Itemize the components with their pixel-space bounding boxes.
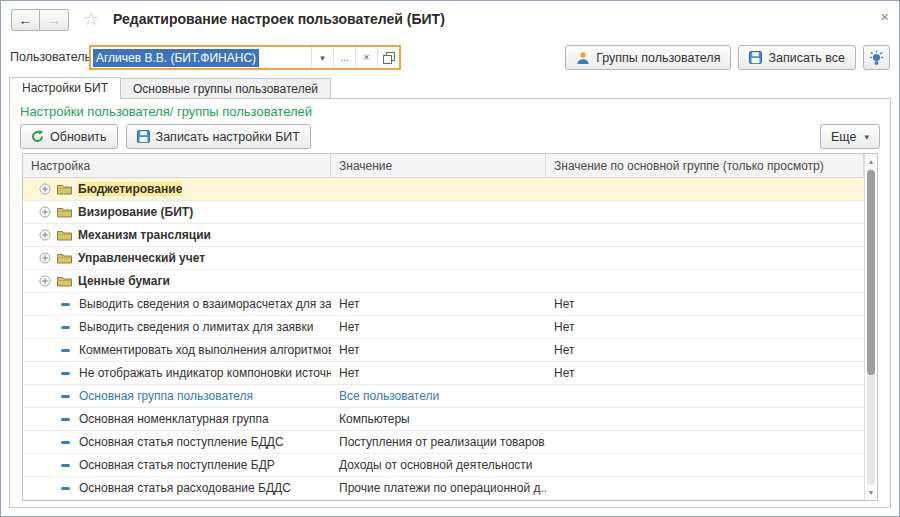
table-row-setting[interactable]: Выводить сведения о взаиморасчетах для з… (23, 293, 864, 316)
expand-plus-icon[interactable] (39, 275, 51, 287)
expand-plus-icon[interactable] (39, 183, 51, 195)
setting-name-cell[interactable]: Основная группа пользователя (23, 389, 331, 403)
attribute-dash-icon (61, 441, 70, 444)
scroll-down-icon[interactable]: ▼ (865, 486, 877, 499)
user-open-button[interactable] (377, 47, 399, 68)
setting-value-cell[interactable]: Поступления от реализации товаров... (331, 435, 546, 449)
setting-name-cell[interactable]: Основная статья поступление БДР (23, 458, 331, 472)
bit-settings-panel: Настройки пользователя/ группы пользоват… (9, 98, 891, 508)
favorite-star-icon[interactable]: ☆ (83, 8, 99, 30)
column-header-value[interactable]: Значение (331, 154, 546, 177)
setting-name-cell[interactable]: Основная статья поступление БДДС (23, 435, 331, 449)
expand-plus-icon[interactable] (39, 206, 51, 218)
table-row-setting[interactable]: Выводить сведения о лимитах для заявкиНе… (23, 316, 864, 339)
user-clear-button[interactable]: × (355, 47, 377, 68)
user-dropdown-button[interactable]: ▾ (311, 47, 333, 68)
close-icon[interactable]: × (880, 8, 889, 25)
setting-name: Основная номенклатурная группа (79, 412, 269, 426)
setting-value-cell[interactable]: Прочие платежи по операционной д... (331, 481, 546, 495)
expand-plus-icon[interactable] (39, 229, 51, 241)
attribute-dash-icon (61, 372, 70, 375)
table-row-setting[interactable]: Не отображать индикатор компоновки источ… (23, 362, 864, 385)
table-row-setting[interactable]: Основная статья расходование БДДСПрочие … (23, 477, 864, 500)
folder-icon (57, 206, 72, 218)
setting-name-cell[interactable]: Ценные бумаги (23, 274, 331, 288)
setting-name-cell[interactable]: Механизм трансляции (23, 228, 331, 242)
user-choose-button[interactable]: ... (333, 47, 355, 68)
setting-name-cell[interactable]: Комментировать ход выполнения алгоритмов… (23, 343, 331, 357)
scrollbar-thumb[interactable] (867, 170, 875, 375)
refresh-label: Обновить (50, 130, 107, 144)
setting-name-cell[interactable]: Бюджетирование (23, 182, 331, 196)
save-bit-settings-label: Записать настройки БИТ (156, 130, 300, 144)
user-settings-window: ← → ☆ Редактирование настроек пользовате… (0, 0, 900, 517)
save-bit-settings-button[interactable]: Записать настройки БИТ (126, 124, 311, 149)
user-input[interactable]: Агличев В.В. (БИТ.ФИНАНС) ▾ ... × (89, 45, 401, 70)
table-row-group[interactable]: Ценные бумаги (23, 270, 864, 293)
user-input-text[interactable]: Агличев В.В. (БИТ.ФИНАНС) (91, 47, 311, 68)
setting-value-cell[interactable]: Доходы от основной деятельности (331, 458, 546, 472)
user-field-buttons: ▾ ... × (311, 47, 399, 68)
group-value-cell[interactable]: Нет (546, 297, 864, 311)
setting-value-cell[interactable]: Нет (331, 366, 546, 380)
setting-value-cell[interactable]: Все пользователи (331, 389, 546, 403)
table-row-group[interactable]: Механизм трансляции (23, 224, 864, 247)
scroll-up-icon[interactable]: ▲ (865, 155, 877, 168)
tab-bit-settings[interactable]: Настройки БИТ (9, 77, 121, 99)
table-row-setting[interactable]: Основная номенклатурная группаКомпьютеры (23, 408, 864, 431)
setting-name-cell[interactable]: Выводить сведения о лимитах для заявки (23, 320, 331, 334)
more-button[interactable]: Еще ▾ (820, 124, 880, 149)
setting-name-cell[interactable]: Основная номенклатурная группа (23, 412, 331, 426)
back-button[interactable]: ← (11, 9, 40, 31)
setting-name-cell[interactable]: Не отображать индикатор компоновки источ… (23, 366, 331, 380)
folder-icon (57, 183, 72, 195)
save-all-label: Записать все (768, 51, 845, 65)
vertical-scrollbar[interactable]: ▲ ▼ (864, 154, 877, 500)
setting-name: Выводить сведения о лимитах для заявки (79, 320, 313, 334)
top-action-buttons: Группы пользователя Записать все (565, 45, 890, 70)
settings-toolbar: Обновить Записать настройки БИТ Еще ▾ (20, 124, 880, 150)
setting-name: Механизм трансляции (78, 228, 211, 242)
table-row-setting[interactable]: Основная статья поступление БДРДоходы от… (23, 454, 864, 477)
expand-plus-icon[interactable] (39, 252, 51, 264)
floppy-save-icon (749, 51, 762, 64)
table-body: БюджетированиеВизирование (БИТ)Механизм … (23, 178, 864, 500)
setting-value-cell[interactable]: Нет (331, 297, 546, 311)
table-row-setting[interactable]: Основная группа пользователяВсе пользова… (23, 385, 864, 408)
group-value-cell[interactable]: Нет (546, 343, 864, 357)
open-link-icon (383, 52, 395, 64)
setting-name-cell[interactable]: Управленческий учет (23, 251, 331, 265)
table-row-setting[interactable]: Основная статья поступление БДДСПоступле… (23, 431, 864, 454)
table-row-group[interactable]: Бюджетирование (23, 178, 864, 201)
user-groups-button[interactable]: Группы пользователя (565, 45, 731, 70)
folder-icon (57, 252, 72, 264)
attribute-dash-icon (61, 487, 70, 490)
tab-main-user-groups[interactable]: Основные группы пользователей (121, 78, 331, 99)
setting-name: Бюджетирование (78, 182, 182, 196)
setting-value-cell[interactable]: Нет (331, 320, 546, 334)
lightbulb-icon (869, 50, 884, 66)
window-title: Редактирование настроек пользователей (Б… (113, 11, 445, 27)
setting-name-cell[interactable]: Визирование (БИТ) (23, 205, 331, 219)
save-all-button[interactable]: Записать все (738, 45, 856, 70)
setting-name: Основная статья поступление БДР (79, 458, 275, 472)
hint-button[interactable] (863, 45, 890, 70)
column-header-setting[interactable]: Настройка (23, 154, 331, 177)
refresh-button[interactable]: Обновить (20, 124, 118, 149)
setting-name-cell[interactable]: Выводить сведения о взаиморасчетах для з… (23, 297, 331, 311)
section-title: Настройки пользователя/ группы пользоват… (20, 104, 312, 119)
setting-value-cell[interactable]: Компьютеры (331, 412, 546, 426)
setting-name: Не отображать индикатор компоновки источ… (79, 366, 331, 380)
table-row-setting[interactable]: Комментировать ход выполнения алгоритмов… (23, 339, 864, 362)
setting-name-cell[interactable]: Основная статья расходование БДДС (23, 481, 331, 495)
setting-name: Управленческий учет (78, 251, 205, 265)
table-row-group[interactable]: Управленческий учет (23, 247, 864, 270)
setting-value-cell[interactable]: Нет (331, 343, 546, 357)
folder-icon (57, 275, 72, 287)
attribute-dash-icon (61, 464, 70, 467)
forward-button[interactable]: → (40, 9, 69, 31)
table-row-group[interactable]: Визирование (БИТ) (23, 201, 864, 224)
group-value-cell[interactable]: Нет (546, 366, 864, 380)
group-value-cell[interactable]: Нет (546, 320, 864, 334)
column-header-group-value[interactable]: Значение по основной группе (только прос… (546, 154, 864, 177)
